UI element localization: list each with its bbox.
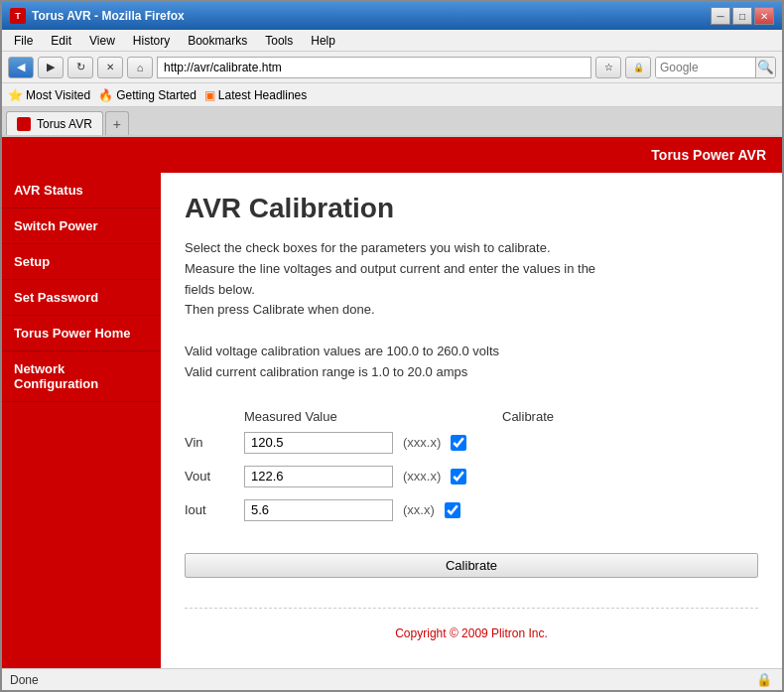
footer-divider: Copyright © 2009 Plitron Inc.	[185, 608, 758, 648]
window-controls: ─ □ ✕	[711, 7, 774, 25]
browser-icon: T	[10, 8, 26, 24]
new-tab-button[interactable]: +	[105, 111, 129, 135]
tab-bar: Torus AVR +	[2, 107, 782, 135]
security-icon: 🔒	[754, 671, 774, 689]
sidebar-item-setup[interactable]: Setup	[2, 244, 161, 280]
vin-format: (xxx.x)	[403, 435, 441, 450]
google-search-input[interactable]	[656, 58, 755, 77]
description: Select the check boxes for the parameter…	[185, 238, 758, 383]
menu-view[interactable]: View	[81, 32, 123, 50]
footer-copyright: Copyright © 2009 Plitron Inc.	[185, 619, 758, 648]
sidebar-item-switch-power[interactable]: Switch Power	[2, 208, 161, 244]
menu-tools[interactable]: Tools	[257, 32, 301, 50]
calibration-table: Measured Value Calibrate Vin (xxx.x)	[185, 409, 758, 533]
status-text: Done	[10, 673, 754, 687]
page-header: Torus Power AVR	[2, 137, 782, 173]
forward-button[interactable]: ▶	[38, 57, 64, 78]
tab-torus-avr[interactable]: Torus AVR	[6, 111, 103, 135]
rss-icon: ▣	[204, 88, 215, 102]
maximize-button[interactable]: □	[732, 7, 752, 25]
page-title: AVR Calibration	[185, 193, 758, 224]
minimize-button[interactable]: ─	[711, 7, 730, 25]
table-header: Measured Value Calibrate	[185, 409, 758, 424]
table-row-iout: Iout (xx.x)	[185, 499, 758, 521]
window-title: Torus AVR - Mozilla Firefox	[32, 9, 705, 23]
getting-started-icon: 🔥	[98, 88, 113, 102]
address-input[interactable]	[157, 57, 591, 78]
window-frame: T Torus AVR - Mozilla Firefox ─ □ ✕ File…	[0, 0, 784, 692]
col-measured-label: Measured Value	[244, 409, 443, 424]
bookmark-star-icon[interactable]: ☆	[595, 57, 621, 78]
sidebar-item-avr-status[interactable]: AVR Status	[2, 173, 161, 208]
bookmark-getting-started[interactable]: 🔥 Getting Started	[98, 88, 196, 102]
google-search-button[interactable]: 🔍	[755, 58, 775, 77]
menu-bar: File Edit View History Bookmarks Tools H…	[2, 30, 782, 52]
sidebar-item-set-password[interactable]: Set Password	[2, 280, 161, 316]
vout-label: Vout	[185, 469, 244, 484]
page-body: AVR Status Switch Power Setup Set Passwo…	[2, 173, 782, 668]
iout-input[interactable]	[244, 499, 393, 521]
sidebar-item-torus-power-home[interactable]: Torus Power Home	[2, 316, 161, 351]
close-button[interactable]: ✕	[754, 7, 774, 25]
desc-line-1: Select the check boxes for the parameter…	[185, 240, 551, 255]
table-row-vin: Vin (xxx.x)	[185, 432, 758, 454]
sidebar-item-network-configuration[interactable]: Network Configuration	[2, 351, 161, 402]
menu-help[interactable]: Help	[303, 32, 343, 50]
bookmark-latest-headlines[interactable]: ▣ Latest Headlines	[204, 88, 307, 102]
iout-checkbox[interactable]	[445, 502, 460, 518]
vout-checkbox[interactable]	[451, 469, 466, 484]
back-button[interactable]: ◀	[8, 57, 34, 78]
vout-input[interactable]	[244, 466, 393, 487]
iout-format: (xx.x)	[403, 502, 435, 517]
desc-line-3: fields below.	[185, 282, 255, 297]
footer-area	[185, 578, 758, 588]
tab-favicon-icon	[17, 117, 31, 131]
menu-history[interactable]: History	[125, 32, 178, 50]
google-search-box: 🔍	[655, 57, 776, 78]
desc-current-range: Valid current calibration range is 1.0 t…	[185, 364, 467, 379]
home-button[interactable]: ⌂	[127, 57, 153, 78]
most-visited-icon: ⭐	[8, 88, 23, 102]
vin-label: Vin	[185, 435, 244, 450]
tab-label: Torus AVR	[37, 117, 92, 131]
title-bar: T Torus AVR - Mozilla Firefox ─ □ ✕	[2, 2, 782, 30]
status-bar: Done 🔒	[2, 668, 782, 690]
main-content: AVR Calibration Select the check boxes f…	[161, 173, 782, 668]
sidebar: AVR Status Switch Power Setup Set Passwo…	[2, 173, 161, 668]
menu-file[interactable]: File	[6, 32, 41, 50]
menu-bookmarks[interactable]: Bookmarks	[180, 32, 255, 50]
vin-checkbox[interactable]	[451, 435, 466, 451]
vin-input[interactable]	[244, 432, 393, 454]
bookmark-most-visited[interactable]: ⭐ Most Visited	[8, 88, 90, 102]
iout-label: Iout	[185, 502, 244, 517]
address-bar: ◀ ▶ ↻ ✕ ⌂ ☆ 🔒 🔍	[2, 52, 782, 83]
browser-content: Torus Power AVR AVR Status Switch Power …	[2, 135, 782, 668]
menu-edit[interactable]: Edit	[43, 32, 79, 50]
table-row-vout: Vout (xxx.x)	[185, 466, 758, 487]
page-wrapper: Torus Power AVR AVR Status Switch Power …	[2, 137, 782, 668]
bookmarks-bar: ⭐ Most Visited 🔥 Getting Started ▣ Lates…	[2, 83, 782, 107]
stop-button[interactable]: ✕	[97, 57, 123, 78]
calibrate-button[interactable]: Calibrate	[185, 553, 758, 578]
col-calibrate-label: Calibrate	[502, 409, 554, 424]
site-info-icon[interactable]: 🔒	[625, 57, 651, 78]
vout-format: (xxx.x)	[403, 469, 441, 484]
desc-line-4: Then press Calibrate when done.	[185, 302, 375, 317]
reload-button[interactable]: ↻	[67, 57, 93, 78]
desc-voltage-range: Valid voltage calibration values are 100…	[185, 344, 499, 358]
page-header-title: Torus Power AVR	[651, 147, 766, 163]
desc-line-2: Measure the line voltages and output cur…	[185, 261, 595, 276]
